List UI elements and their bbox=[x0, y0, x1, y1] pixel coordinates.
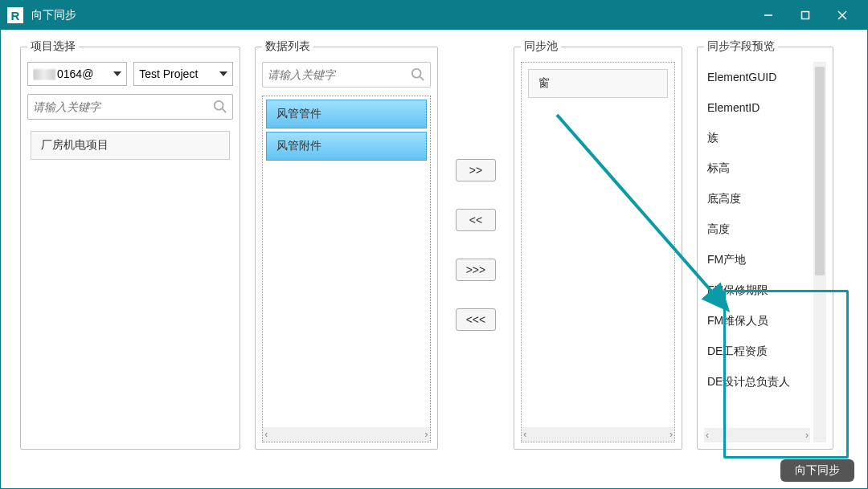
remove-all-button[interactable]: <<< bbox=[456, 308, 496, 331]
field-row[interactable]: ElementGUID bbox=[704, 62, 810, 92]
add-button[interactable]: >> bbox=[456, 159, 496, 181]
remove-button[interactable]: << bbox=[456, 209, 496, 231]
add-all-button[interactable]: >>> bbox=[456, 259, 496, 281]
svg-rect-1 bbox=[802, 12, 809, 19]
field-row[interactable]: DE工程资质 bbox=[704, 336, 810, 367]
hscroll[interactable]: ‹› bbox=[263, 427, 429, 442]
titlebar: R 向下同步 bbox=[1, 1, 867, 30]
app-icon: R bbox=[7, 7, 23, 23]
fields-list: ElementGUID ElementID 族 标高 底高度 高度 FM产地 F… bbox=[704, 62, 810, 442]
footer: 向下同步 bbox=[1, 456, 867, 488]
svg-point-6 bbox=[411, 69, 420, 78]
data-list-item[interactable]: 风管附件 bbox=[266, 132, 426, 161]
pool-group-label: 同步池 bbox=[521, 39, 561, 54]
project-name-dropdown[interactable]: Test Project bbox=[133, 62, 233, 86]
chevron-down-icon bbox=[113, 71, 121, 76]
hscroll[interactable]: ‹› bbox=[704, 428, 810, 442]
minimize-button[interactable] bbox=[750, 1, 787, 30]
fields-group-label: 同步字段预览 bbox=[704, 39, 778, 54]
content-area: 项目选择 0164@ Test Project 厂房机电项目 bbox=[1, 30, 867, 456]
project-group: 项目选择 0164@ Test Project 厂房机电项目 bbox=[20, 39, 240, 450]
search-icon bbox=[213, 100, 227, 114]
sync-button[interactable]: 向下同步 bbox=[780, 459, 854, 482]
data-search[interactable] bbox=[262, 62, 430, 88]
pool-group: 同步池 窗 ‹› bbox=[514, 39, 682, 450]
project-search-input[interactable] bbox=[33, 100, 213, 113]
field-row[interactable]: 标高 bbox=[704, 153, 810, 184]
app-window: R 向下同步 项目选择 0164@ Test Project bbox=[0, 0, 868, 489]
fields-group: 同步字段预览 ElementGUID ElementID 族 标高 底高度 高度… bbox=[697, 39, 833, 450]
field-row[interactable]: FM保修期限 bbox=[704, 275, 810, 306]
search-icon bbox=[411, 67, 425, 82]
data-group: 数据列表 风管管件 风管附件 ‹› bbox=[255, 39, 437, 450]
maximize-button[interactable] bbox=[787, 1, 824, 30]
hscroll[interactable]: ‹› bbox=[522, 427, 674, 442]
data-group-label: 数据列表 bbox=[262, 39, 313, 54]
project-id-dropdown[interactable]: 0164@ bbox=[27, 62, 127, 86]
data-list-item[interactable]: 风管管件 bbox=[266, 100, 426, 128]
chevron-down-icon bbox=[219, 71, 227, 76]
data-list: 风管管件 风管附件 ‹› bbox=[262, 96, 430, 442]
field-row[interactable]: 高度 bbox=[704, 214, 810, 245]
field-row[interactable]: FM维保人员 bbox=[704, 306, 810, 336]
field-row[interactable]: 底高度 bbox=[704, 184, 810, 214]
project-list: 厂房机电项目 bbox=[27, 128, 233, 442]
pool-list: 窗 ‹› bbox=[521, 62, 675, 442]
window-title: 向下同步 bbox=[31, 8, 76, 22]
redacted-icon bbox=[33, 69, 55, 80]
field-row[interactable]: 族 bbox=[704, 123, 810, 153]
transfer-buttons: >> << >>> <<< bbox=[452, 39, 500, 450]
svg-point-4 bbox=[215, 101, 223, 110]
field-row[interactable]: ElementID bbox=[704, 92, 810, 123]
svg-line-7 bbox=[420, 77, 424, 81]
pool-list-item[interactable]: 窗 bbox=[528, 69, 668, 98]
vscroll[interactable] bbox=[813, 62, 826, 442]
data-search-input[interactable] bbox=[268, 68, 410, 81]
project-list-item[interactable]: 厂房机电项目 bbox=[31, 131, 230, 160]
field-row[interactable]: FM产地 bbox=[704, 245, 810, 275]
svg-line-5 bbox=[223, 109, 227, 113]
project-group-label: 项目选择 bbox=[27, 39, 79, 54]
project-search[interactable] bbox=[27, 94, 233, 120]
close-button[interactable] bbox=[824, 1, 861, 30]
field-row[interactable]: DE设计总负责人 bbox=[704, 367, 810, 397]
